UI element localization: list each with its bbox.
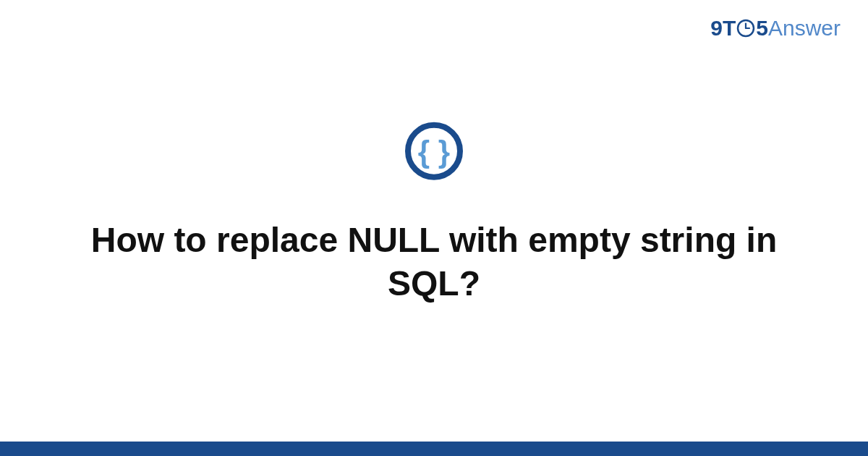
question-title: How to replace NULL with empty string in…: [80, 219, 788, 305]
clock-icon: [736, 19, 755, 38]
brand-logo: 9T 5 Answer: [710, 16, 841, 41]
footer-bar: [0, 442, 868, 456]
brand-suffix: 5: [756, 16, 768, 41]
brand-prefix: 9T: [710, 16, 736, 41]
brand-word: Answer: [768, 16, 841, 41]
main-content: { } How to replace NULL with empty strin…: [0, 122, 868, 305]
code-braces-icon: { }: [404, 122, 464, 184]
svg-text:{ }: { }: [418, 135, 450, 169]
